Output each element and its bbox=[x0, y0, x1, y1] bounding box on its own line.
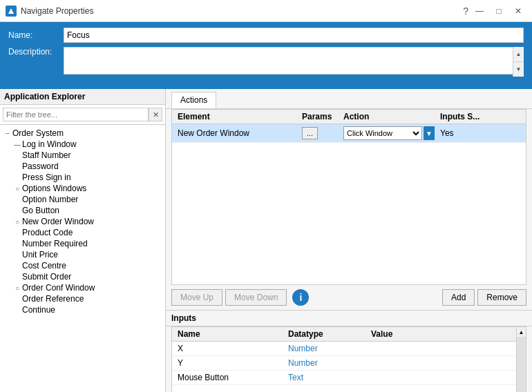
close-button[interactable]: ✕ bbox=[510, 4, 526, 18]
tree-item[interactable]: ○ New Order Window bbox=[0, 216, 165, 227]
title-bar: Navigate Properties ? — □ ✕ bbox=[0, 0, 532, 22]
name-label: Name: bbox=[8, 30, 64, 40]
name-input[interactable] bbox=[64, 28, 524, 43]
dropdown-arrow[interactable]: ▼ bbox=[424, 126, 435, 140]
inputs-row[interactable]: Mouse Button Text bbox=[172, 371, 526, 385]
filter-clear-button[interactable]: ✕ bbox=[149, 108, 162, 121]
tree-label: Order System bbox=[12, 128, 64, 138]
tree-label: Submit Order bbox=[22, 272, 71, 282]
params-button[interactable]: ... bbox=[302, 127, 318, 139]
input-name: Mouse Button bbox=[175, 373, 285, 382]
inputs-yes-badge: Yes bbox=[440, 128, 454, 138]
description-label: Description: bbox=[8, 47, 64, 57]
inputs-col-name: Name bbox=[175, 329, 285, 339]
tab-actions[interactable]: Actions bbox=[171, 92, 216, 108]
cell-element: New Order Window bbox=[175, 128, 299, 138]
tree-item[interactable]: Password bbox=[0, 161, 165, 172]
tree-item[interactable]: Staff Number bbox=[0, 150, 165, 161]
input-datatype[interactable]: Number bbox=[285, 344, 368, 353]
maximize-button[interactable]: □ bbox=[491, 4, 507, 18]
cell-inputs: Yes bbox=[437, 128, 523, 138]
tree-label: Number Required bbox=[22, 239, 88, 248]
tree-label: New Order Window bbox=[22, 217, 94, 226]
tree-label: Password bbox=[22, 161, 59, 171]
tree-toggle: ○ bbox=[12, 185, 22, 193]
inputs-col-datatype: Datatype bbox=[285, 329, 368, 339]
tree-container: − Order System — Log in Window Staff Num… bbox=[0, 125, 165, 392]
header-area: Name: Description: ▲ ▼ bbox=[0, 22, 532, 89]
tree-label: Unit Price bbox=[22, 250, 58, 259]
tree-item[interactable]: ○ Options Windows bbox=[0, 183, 165, 194]
col-inputs: Inputs S... bbox=[437, 112, 523, 121]
input-datatype[interactable]: Text bbox=[285, 373, 368, 382]
tree-label: Log in Window bbox=[22, 139, 77, 149]
tree-label: Staff Number bbox=[22, 150, 70, 160]
cell-action: Click Window ▼ bbox=[341, 126, 437, 140]
tree-label: Continue bbox=[22, 305, 55, 315]
actions-table: Element Params Action Inputs S... New Or… bbox=[171, 109, 526, 285]
tree-item[interactable]: Go Button bbox=[0, 205, 165, 216]
filter-bar: ✕ bbox=[0, 105, 165, 125]
col-action: Action bbox=[341, 112, 437, 121]
col-element: Element bbox=[175, 112, 299, 121]
description-input[interactable] bbox=[64, 47, 524, 75]
tree-label: Cost Centre bbox=[22, 261, 66, 271]
tree-item[interactable]: Option Number bbox=[0, 194, 165, 205]
action-buttons-row: Move Up Move Down i Add Remove bbox=[166, 285, 532, 310]
tree-item[interactable]: Press Sign in bbox=[0, 172, 165, 183]
scroll-down-btn[interactable]: ▼ bbox=[513, 62, 524, 77]
scroll-up-btn[interactable]: ▲ bbox=[513, 47, 524, 62]
tree-item[interactable]: Order Reference bbox=[0, 293, 165, 304]
add-remove-row: Add Remove bbox=[442, 289, 526, 306]
inputs-col-value: Value bbox=[368, 329, 523, 339]
minimize-button[interactable]: — bbox=[471, 4, 488, 18]
help-button[interactable]: ? bbox=[463, 6, 468, 17]
tree-item[interactable]: Submit Order bbox=[0, 271, 165, 282]
left-panel: Application Explorer ✕ − Order System — … bbox=[0, 89, 166, 392]
tree-item[interactable]: Continue bbox=[0, 304, 165, 315]
tree-label: Order Reference bbox=[22, 294, 84, 304]
move-down-button[interactable]: Move Down bbox=[225, 289, 287, 306]
tree-label: Press Sign in bbox=[22, 173, 71, 182]
tree-toggle: ○ bbox=[12, 218, 22, 226]
inputs-row[interactable]: X Number bbox=[172, 342, 526, 356]
tree-toggle: − bbox=[3, 130, 12, 137]
remove-button[interactable]: Remove bbox=[477, 289, 526, 306]
tree-toggle: — bbox=[12, 141, 22, 148]
tree-item[interactable]: Product Code bbox=[0, 227, 165, 238]
inputs-row[interactable]: Y Number bbox=[172, 356, 526, 371]
inputs-title: Inputs bbox=[166, 311, 532, 326]
scroll-track bbox=[517, 337, 526, 392]
table-header: Element Params Action Inputs S... bbox=[172, 110, 526, 124]
input-datatype[interactable]: Number bbox=[285, 358, 368, 368]
tree-item[interactable]: − Order System bbox=[0, 128, 165, 139]
inputs-scroll: ▲ ▼ bbox=[516, 327, 526, 392]
table-row[interactable]: New Order Window ... Click Window ▼ Yes bbox=[172, 124, 526, 143]
tree-toggle: ○ bbox=[12, 284, 22, 292]
tab-bar: Actions bbox=[166, 89, 532, 109]
tree-item[interactable]: Unit Price bbox=[0, 249, 165, 260]
tree-label: Order Conf Window bbox=[22, 283, 95, 293]
inputs-table: Name Datatype Value X Number Y Number Mo… bbox=[171, 326, 526, 392]
svg-marker-0 bbox=[8, 8, 14, 14]
move-up-button[interactable]: Move Up bbox=[171, 289, 222, 306]
right-panel: Actions Element Params Action Inputs S..… bbox=[166, 89, 532, 392]
window-title: Navigate Properties bbox=[21, 6, 93, 16]
filter-input[interactable] bbox=[3, 108, 149, 121]
info-icon: i bbox=[292, 289, 309, 306]
add-button[interactable]: Add bbox=[442, 289, 475, 306]
input-name: X bbox=[175, 344, 285, 353]
explorer-header: Application Explorer bbox=[0, 89, 165, 105]
cell-params: ... bbox=[299, 127, 341, 139]
inputs-scroll-up[interactable]: ▲ bbox=[517, 327, 526, 337]
col-params: Params bbox=[299, 112, 341, 121]
input-name: Y bbox=[175, 358, 285, 368]
tree-item[interactable]: — Log in Window bbox=[0, 139, 165, 150]
tree-label: Options Windows bbox=[22, 184, 86, 193]
tree-item[interactable]: Cost Centre bbox=[0, 260, 165, 271]
tree-item[interactable]: Number Required bbox=[0, 238, 165, 249]
inputs-table-header: Name Datatype Value bbox=[172, 327, 526, 342]
action-select[interactable]: Click Window bbox=[343, 126, 422, 140]
inputs-section: Inputs Name Datatype Value X Number Y Nu… bbox=[166, 310, 532, 392]
tree-item[interactable]: ○ Order Conf Window bbox=[0, 282, 165, 293]
